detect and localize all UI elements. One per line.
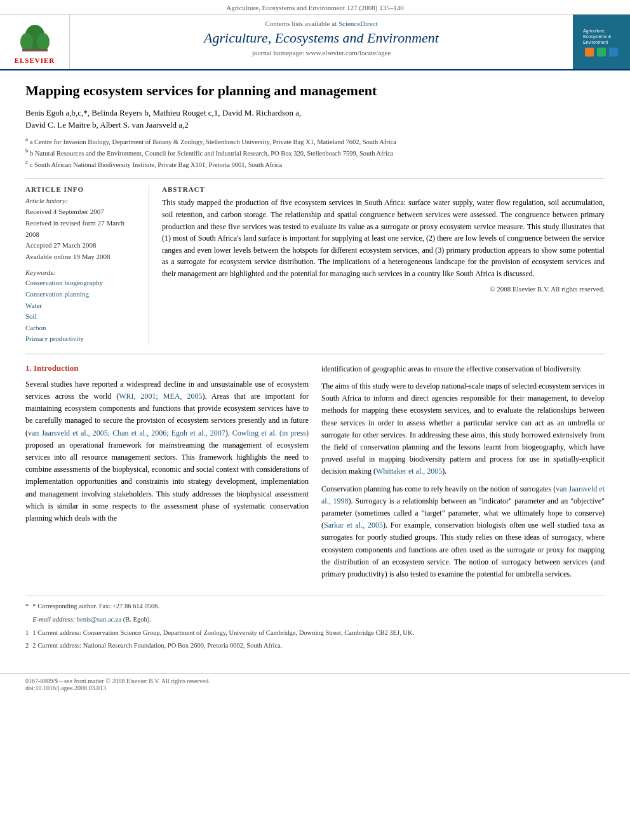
footnote-email: E-mail address: benis@sun.ac.za (B. Egoh… [25, 615, 605, 625]
keyword-6: Primary productivity [25, 333, 140, 345]
abstract-copyright: © 2008 Elsevier B.V. All rights reserved… [162, 285, 605, 293]
accepted-date: Accepted 27 March 2008 [25, 240, 140, 251]
history-label: Article history: [25, 197, 140, 204]
received-date: Received 4 September 2007 [25, 206, 140, 218]
svg-text:Ecosystems &: Ecosystems & [583, 34, 612, 39]
sciencedirect-link[interactable]: ScienceDirect [338, 20, 378, 27]
section-divider [25, 354, 605, 354]
footnote-2: 2 2 Current address: National Research F… [25, 641, 605, 651]
right-para-2: The aims of this study were to develop n… [321, 380, 605, 478]
info-abstract-section: ARTICLE INFO Article history: Received 4… [25, 185, 605, 345]
svg-text:Environment: Environment [583, 40, 608, 44]
affiliation-b: b b Natural Resources and the Environmen… [25, 147, 605, 158]
journal-header-center: Contents lists available at ScienceDirec… [70, 15, 573, 69]
ref-whittaker[interactable]: Whittaker et al., 2005 [376, 467, 442, 476]
journal-citation: Agriculture, Ecosystems and Environment … [0, 0, 630, 15]
keyword-2: Conservation planning [25, 289, 140, 300]
ref-vanjaarsveld2[interactable]: van Jaarsveld et al., 1998 [321, 484, 605, 505]
affiliation-a: a a Centre for Invasion Biology, Departm… [25, 135, 605, 147]
footnote-star: * * Corresponding author. Fax: +27 86 61… [25, 601, 605, 612]
ref-wri[interactable]: WRI, 2001; MEA, 2005 [119, 392, 202, 401]
citation-text: Agriculture, Ecosystems and Environment … [226, 4, 404, 11]
journal-title: Agriculture, Ecosystems and Environment [76, 30, 566, 46]
intro-heading: 1. Introduction [25, 363, 309, 373]
article-info-title: ARTICLE INFO [25, 185, 140, 193]
keywords-section: Keywords: Conservation biogeography Cons… [25, 269, 140, 345]
affiliation-c: c c South African National Biodiversity … [25, 158, 605, 170]
svg-point-2 [20, 33, 33, 51]
email-link[interactable]: benis@sun.ac.za [77, 616, 121, 623]
keyword-3: Water [25, 300, 140, 312]
article-title: Mapping ecosystem services for planning … [25, 82, 605, 100]
journal-logo-box: Agriculture, Ecosystems & Environment [579, 23, 624, 61]
journal-header: ELSEVIER Contents lists available at Sci… [0, 15, 630, 70]
doi-line: doi:10.1016/j.agee.2008.03.013 [25, 684, 605, 691]
right-para-1: identification of geographic areas to en… [321, 363, 605, 375]
article-info-col: ARTICLE INFO Article history: Received 4… [25, 185, 149, 345]
ref-sarkar[interactable]: Sarkar et al., 2005 [324, 521, 383, 530]
elsevier-label: ELSEVIER [15, 57, 55, 64]
issn-line: 0167-8809/$ – see front matter © 2008 El… [25, 677, 605, 684]
authors: Benis Egoh a,b,c,*, Belinda Reyers b, Ma… [25, 107, 605, 131]
abstract-text: This study mapped the production of five… [162, 197, 605, 279]
body-right-col: identification of geographic areas to en… [321, 363, 605, 585]
svg-rect-4 [22, 49, 48, 51]
abstract-section: ABSTRACT This study mapped the productio… [162, 185, 605, 345]
affiliations: a a Centre for Invasion Biology, Departm… [25, 135, 605, 170]
keywords-label: Keywords: [25, 269, 140, 276]
svg-rect-9 [585, 48, 594, 57]
journal-homepage: journal homepage: www.elsevier.com/locat… [76, 49, 566, 57]
journal-logo-right: Agriculture, Ecosystems & Environment [573, 15, 630, 69]
keyword-5: Carbon [25, 323, 140, 334]
intro-para-1: Several studies have reported a widespre… [25, 378, 309, 524]
keywords-list: Conservation biogeography Conservation p… [25, 277, 140, 345]
available-date: Available online 19 May 2008 [25, 251, 140, 263]
svg-text:Agriculture,: Agriculture, [583, 29, 605, 34]
authors-line1: Benis Egoh a,b,c,*, Belinda Reyers b, Ma… [25, 108, 301, 117]
main-content: Mapping ecosystem services for planning … [0, 70, 630, 667]
right-para-3: Conservation planning has come to rely h… [321, 483, 605, 581]
body-left-col: 1. Introduction Several studies have rep… [25, 363, 309, 585]
elsevier-logo: ELSEVIER [0, 15, 70, 69]
revised-date: Received in revised form 27 March 2008 [25, 218, 140, 240]
abstract-title: ABSTRACT [162, 185, 605, 193]
contents-text: Contents lists available at [265, 20, 337, 27]
svg-point-3 [37, 33, 50, 51]
divider [25, 178, 605, 179]
authors-line2: David C. Le Maitre b, Albert S. van Jaar… [25, 120, 189, 130]
sciencedirect-line: Contents lists available at ScienceDirec… [76, 20, 566, 27]
body-columns: 1. Introduction Several studies have rep… [25, 363, 605, 585]
ref-vanjaarsveld[interactable]: van Jaarsveld et al., 2005; Chan et al.,… [28, 429, 225, 437]
bottom-footer: 0167-8809/$ – see front matter © 2008 El… [0, 673, 630, 691]
ref-cowling[interactable]: Cowling et al. (in press) [232, 429, 309, 437]
footnote-1: 1 1 Current address: Conservation Scienc… [25, 628, 605, 639]
keyword-4: Soil [25, 311, 140, 323]
keyword-1: Conservation biogeography [25, 277, 140, 289]
footnotes: * * Corresponding author. Fax: +27 86 61… [25, 596, 605, 651]
svg-rect-11 [609, 48, 618, 57]
svg-rect-10 [597, 48, 606, 57]
